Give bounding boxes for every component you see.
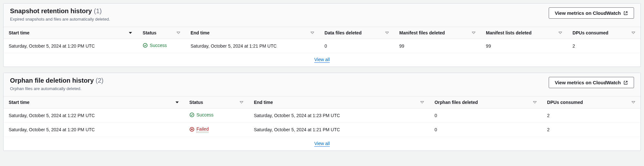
cell-status: Success (184, 108, 249, 123)
data-table: Start timeStatusEnd timeOrphan files del… (4, 97, 640, 137)
cell-value: 99 (481, 39, 567, 53)
filter-icon[interactable] (631, 100, 635, 104)
column-label: End time (254, 100, 273, 105)
column-header[interactable]: Status (137, 27, 185, 39)
column-label: Status (143, 30, 156, 35)
cell-start-time: Saturday, October 5, 2024 at 1:20 PM UTC (4, 39, 137, 53)
cell-value: 0 (319, 39, 394, 53)
view-all-link[interactable]: View all (314, 57, 330, 63)
filter-icon[interactable] (631, 31, 635, 35)
column-header[interactable]: Status (184, 97, 249, 108)
column-label: Data files deleted (325, 30, 362, 35)
external-link-icon (623, 80, 628, 85)
filter-icon[interactable] (176, 31, 180, 35)
x-circle-icon (189, 127, 194, 132)
panel-title: Orphan file deletion history (10, 77, 94, 84)
column-header[interactable]: DPUs consumed (567, 27, 640, 39)
cell-end-time: Saturday, October 5, 2024 at 1:23 PM UTC (249, 108, 429, 123)
cell-value: 99 (394, 39, 481, 53)
sort-desc-icon[interactable] (128, 31, 132, 35)
filter-icon[interactable] (472, 31, 476, 35)
column-label: DPUs consumed (547, 100, 583, 105)
panel-subtitle: Expired snapshots and files are automati… (10, 17, 110, 22)
button-label: View metrics on CloudWatch (555, 10, 621, 16)
cell-value: 0 (429, 123, 542, 137)
check-circle-icon (189, 112, 194, 117)
view-all-row: View all (4, 53, 640, 67)
column-label: End time (191, 30, 210, 35)
cell-value: 2 (542, 108, 640, 123)
panel-subtitle: Orphan files are automatically deleted. (10, 86, 103, 91)
panel-count: (2) (96, 77, 103, 84)
view-metrics-button[interactable]: View metrics on CloudWatch (549, 7, 634, 19)
column-label: Manifest files deleted (399, 30, 445, 35)
column-header[interactable]: Manifest lists deleted (481, 27, 567, 39)
table-header-row: Start timeStatusEnd timeData files delet… (4, 27, 640, 39)
cell-value: 2 (567, 39, 640, 53)
filter-icon[interactable] (240, 100, 243, 104)
column-header[interactable]: Orphan files deleted (429, 97, 542, 108)
column-header[interactable]: Start time (4, 27, 137, 39)
column-label: Orphan files deleted (434, 100, 478, 105)
panel-header-left: Orphan file deletion history(2)Orphan fi… (10, 77, 103, 91)
cell-end-time: Saturday, October 5, 2024 at 1:21 PM UTC (249, 123, 429, 137)
status-label: Success (196, 112, 213, 117)
column-header[interactable]: Data files deleted (319, 27, 394, 39)
cell-value: 0 (429, 108, 542, 123)
column-label: Start time (9, 100, 30, 105)
status-label: Failed (196, 126, 209, 132)
cell-status: Failed (184, 123, 249, 137)
column-header[interactable]: Start time (4, 97, 184, 108)
table-header-row: Start timeStatusEnd timeOrphan files del… (4, 97, 640, 108)
panel-orphan: Orphan file deletion history(2)Orphan fi… (3, 73, 641, 151)
filter-icon[interactable] (385, 31, 389, 35)
external-link-icon (623, 11, 628, 15)
view-all-row: View all (4, 137, 640, 151)
cell-end-time: Saturday, October 5, 2024 at 1:21 PM UTC (185, 39, 319, 53)
button-label: View metrics on CloudWatch (555, 80, 621, 85)
sort-desc-icon[interactable] (175, 100, 179, 104)
panels-container: Snapshot retention history(1)Expired sna… (0, 3, 644, 151)
column-header[interactable]: DPUs consumed (542, 97, 640, 108)
filter-icon[interactable] (558, 31, 562, 35)
cell-status: Success (137, 39, 185, 53)
panel-snapshot: Snapshot retention history(1)Expired sna… (3, 3, 641, 67)
filter-icon[interactable] (533, 100, 537, 104)
filter-icon[interactable] (310, 31, 314, 35)
panel-title: Snapshot retention history (10, 7, 92, 15)
view-all-link[interactable]: View all (314, 141, 330, 147)
column-header[interactable]: End time (249, 97, 429, 108)
column-header[interactable]: Manifest files deleted (394, 27, 481, 39)
panel-header-left: Snapshot retention history(1)Expired sna… (10, 7, 110, 22)
column-label: Manifest lists deleted (486, 30, 532, 35)
cell-start-time: Saturday, October 5, 2024 at 1:20 PM UTC (4, 123, 184, 137)
column-label: Status (189, 100, 203, 105)
column-header[interactable]: End time (185, 27, 319, 39)
column-label: Start time (9, 30, 30, 35)
panel-count: (1) (94, 7, 101, 15)
view-metrics-button[interactable]: View metrics on CloudWatch (549, 77, 634, 88)
panel-header: Snapshot retention history(1)Expired sna… (4, 4, 640, 27)
column-label: DPUs consumed (573, 30, 608, 35)
filter-icon[interactable] (420, 100, 424, 104)
data-table: Start timeStatusEnd timeData files delet… (4, 27, 640, 53)
panel-header: Orphan file deletion history(2)Orphan fi… (4, 73, 640, 97)
table-row[interactable]: Saturday, October 5, 2024 at 1:20 PM UTC… (4, 39, 640, 53)
status-label: Success (150, 43, 167, 48)
check-circle-icon (143, 43, 148, 48)
table-row[interactable]: Saturday, October 5, 2024 at 1:22 PM UTC… (4, 108, 640, 123)
table-row[interactable]: Saturday, October 5, 2024 at 1:20 PM UTC… (4, 123, 640, 137)
cell-start-time: Saturday, October 5, 2024 at 1:22 PM UTC (4, 108, 184, 123)
cell-value: 2 (542, 123, 640, 137)
